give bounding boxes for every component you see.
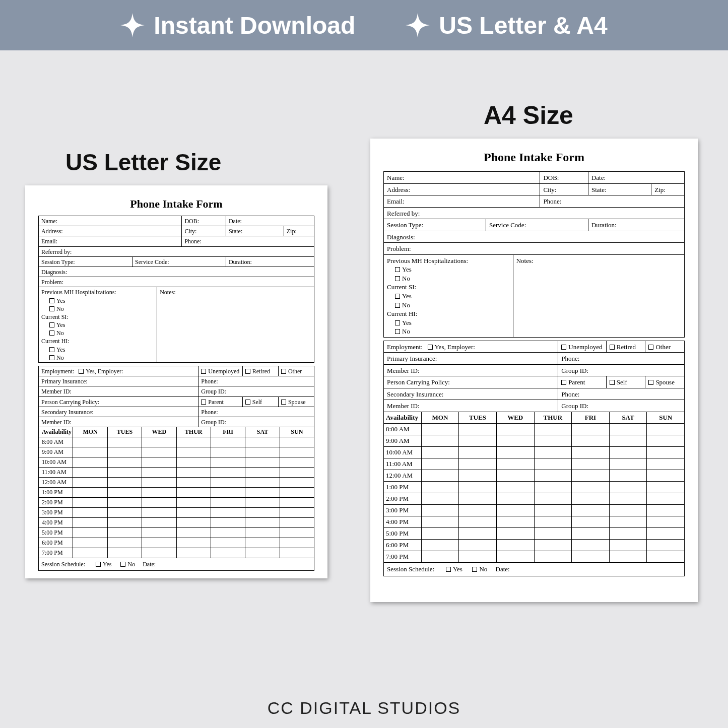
avail-cell — [459, 458, 497, 470]
avail-cell — [496, 470, 534, 482]
day-header: TUES — [459, 412, 497, 424]
avail-cell — [142, 478, 176, 488]
avail-cell — [176, 437, 211, 447]
avail-cell — [609, 482, 647, 493]
avail-cell — [459, 540, 497, 551]
availability-table: AvailabilityMONTUESWEDTHURFRISATSUN8:00 … — [383, 412, 685, 563]
avail-cell — [609, 447, 647, 458]
avail-cell — [245, 468, 280, 478]
avail-cell — [609, 435, 647, 447]
banner-item-sizes: US Letter & A4 — [406, 12, 607, 39]
avail-cell — [211, 468, 245, 478]
label-a4: A4 Size — [484, 101, 573, 130]
avail-cell — [280, 548, 314, 558]
avail-cell — [107, 488, 142, 498]
avail-cell — [609, 424, 647, 435]
banner-text-1: Instant Download — [154, 12, 355, 39]
avail-cell — [142, 528, 176, 538]
avail-cell — [245, 447, 280, 457]
avail-cell — [459, 424, 497, 435]
avail-cell — [572, 458, 610, 470]
avail-cell — [534, 435, 572, 447]
avail-cell — [245, 538, 280, 548]
time-cell: 11:00 AM — [39, 468, 73, 478]
avail-cell — [73, 478, 107, 488]
banner-text-2: US Letter & A4 — [439, 12, 607, 39]
avail-cell — [496, 551, 534, 563]
avail-cell — [459, 551, 497, 563]
avail-cell — [572, 447, 610, 458]
avail-cell — [459, 470, 497, 482]
avail-cell — [73, 447, 107, 457]
form-table: Name:DOB:Date: Address:City:State:Zip: E… — [38, 216, 314, 363]
time-cell: 12:00 AM — [384, 470, 422, 482]
avail-cell — [107, 478, 142, 488]
time-cell: 12:00 AM — [39, 478, 73, 488]
avail-cell — [245, 478, 280, 488]
avail-cell — [647, 551, 685, 563]
form-table: Name:DOB:Date: Address:City:State:Zip: E… — [383, 171, 685, 338]
avail-cell — [534, 551, 572, 563]
avail-cell — [534, 458, 572, 470]
time-cell: 4:00 PM — [39, 518, 73, 528]
avail-cell — [176, 498, 211, 508]
avail-cell — [280, 518, 314, 528]
avail-cell — [142, 457, 176, 468]
avail-cell — [534, 470, 572, 482]
avail-cell — [176, 447, 211, 457]
avail-cell — [245, 457, 280, 468]
avail-cell — [142, 488, 176, 498]
avail-cell — [176, 468, 211, 478]
avail-cell — [107, 518, 142, 528]
avail-cell — [73, 457, 107, 468]
avail-cell — [211, 447, 245, 457]
avail-cell — [280, 498, 314, 508]
avail-cell — [572, 540, 610, 551]
avail-cell — [647, 505, 685, 516]
day-header: SUN — [280, 427, 314, 437]
avail-cell — [176, 518, 211, 528]
avail-cell — [211, 498, 245, 508]
avail-cell — [211, 538, 245, 548]
avail-cell — [496, 424, 534, 435]
avail-cell — [459, 505, 497, 516]
time-cell: 1:00 PM — [39, 488, 73, 498]
avail-cell — [245, 548, 280, 558]
availability-table: AvailabilityMONTUESWEDTHURFRISATSUN8:00 … — [38, 427, 314, 558]
avail-cell — [421, 505, 459, 516]
avail-cell — [421, 435, 459, 447]
avail-cell — [647, 447, 685, 458]
avail-cell — [534, 493, 572, 505]
avail-cell — [459, 447, 497, 458]
time-cell: 9:00 AM — [384, 435, 422, 447]
avail-cell — [421, 482, 459, 493]
avail-cell — [572, 551, 610, 563]
avail-cell — [421, 540, 459, 551]
avail-cell — [107, 548, 142, 558]
avail-cell — [534, 540, 572, 551]
avail-cell — [245, 508, 280, 518]
header-banner: Instant Download US Letter & A4 — [0, 0, 728, 50]
time-cell: 3:00 PM — [39, 508, 73, 518]
time-cell: 5:00 PM — [39, 528, 73, 538]
avail-cell — [496, 540, 534, 551]
avail-cell — [421, 516, 459, 528]
avail-cell — [176, 528, 211, 538]
avail-cell — [211, 548, 245, 558]
avail-cell — [142, 518, 176, 528]
avail-cell — [176, 478, 211, 488]
time-cell: 11:00 AM — [384, 458, 422, 470]
avail-cell — [73, 548, 107, 558]
avail-cell — [459, 493, 497, 505]
avail-cell — [534, 505, 572, 516]
avail-cell — [142, 538, 176, 548]
avail-cell — [572, 528, 610, 540]
avail-cell — [572, 516, 610, 528]
time-cell: 6:00 PM — [39, 538, 73, 548]
avail-cell — [459, 482, 497, 493]
avail-cell — [176, 488, 211, 498]
day-header: THUR — [176, 427, 211, 437]
avail-cell — [73, 538, 107, 548]
avail-cell — [211, 508, 245, 518]
avail-cell — [107, 468, 142, 478]
